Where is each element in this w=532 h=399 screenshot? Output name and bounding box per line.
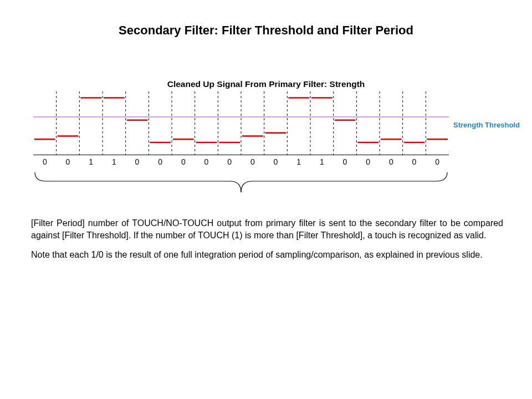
x-tick-label: 0 [409,157,420,166]
x-tick-label: 0 [201,157,212,166]
threshold-label: Strength Threshold [453,121,520,129]
x-tick-label: 1 [109,157,120,166]
explanation-text: [Filter Period] number of TOUCH/NO-TOUCH… [31,217,503,269]
x-tick-label: 0 [63,157,74,166]
x-tick-label: 0 [432,157,443,166]
strength-chart [33,91,449,155]
chart-subtitle: Cleaned Up Signal From Primary Filter: S… [0,79,532,89]
x-tick-label: 0 [178,157,189,166]
x-tick-label: 0 [362,157,374,166]
chart-x-labels: 001100000001100000 [33,157,449,168]
x-tick-label: 0 [270,157,282,166]
paragraph-2: Note that each 1/0 is the result of one … [31,249,503,261]
filter-period-brace [33,170,449,198]
paragraph-1: [Filter Period] number of TOUCH/NO-TOUCH… [31,217,503,241]
x-tick-label: 1 [293,157,304,166]
x-tick-label: 0 [39,157,50,166]
x-tick-label: 0 [386,157,397,166]
x-tick-label: 1 [85,157,96,166]
x-tick-label: 0 [340,157,351,166]
x-tick-label: 1 [316,157,328,166]
x-tick-label: 0 [224,157,235,166]
page-title: Secondary Filter: Filter Threshold and F… [0,23,532,38]
x-tick-label: 0 [247,157,258,166]
x-tick-label: 0 [155,157,166,166]
x-tick-label: 0 [132,157,143,166]
